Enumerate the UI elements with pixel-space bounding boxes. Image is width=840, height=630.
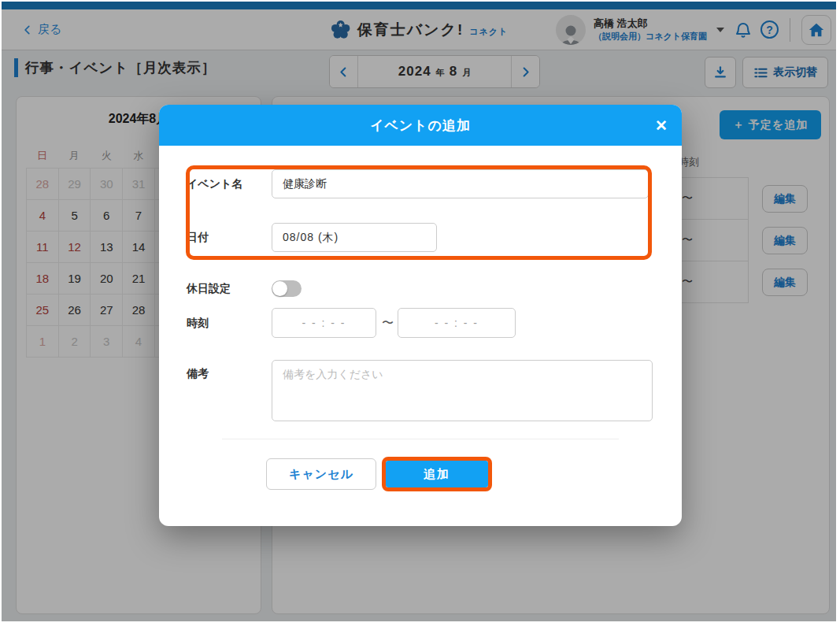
app-container: 戻る 保育士バンク! コネクト: [2, 2, 836, 621]
modal-divider: [222, 439, 619, 439]
time-range-tilde: 〜: [382, 308, 394, 338]
submit-add-button[interactable]: 追加: [386, 461, 488, 487]
end-time-input[interactable]: [398, 308, 516, 338]
notes-textarea[interactable]: [272, 360, 653, 421]
cancel-button[interactable]: キャンセル: [266, 458, 376, 490]
add-event-modal: イベントの追加 ✕ イベント名 日付 休日設定 時刻 〜 備考 キャンセル 追加: [159, 105, 682, 526]
date-input[interactable]: [272, 223, 437, 252]
modal-title: イベントの追加: [370, 117, 471, 135]
event-name-label: イベント名: [187, 177, 242, 191]
notes-label: 備考: [187, 367, 209, 381]
close-icon[interactable]: ✕: [655, 105, 668, 146]
holiday-setting-label: 休日設定: [187, 282, 231, 296]
time-label: 時刻: [187, 317, 209, 331]
start-time-input[interactable]: [272, 308, 376, 338]
date-label: 日付: [187, 231, 209, 245]
modal-body: イベント名 日付 休日設定 時刻 〜 備考 キャンセル 追加: [159, 146, 682, 526]
toggle-knob: [272, 281, 287, 296]
event-name-input[interactable]: [272, 169, 649, 198]
holiday-toggle[interactable]: [272, 280, 302, 297]
modal-header: イベントの追加 ✕: [159, 105, 682, 146]
